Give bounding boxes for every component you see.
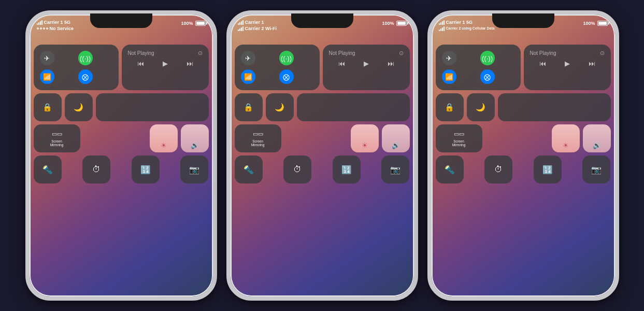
airplane-icon-3: ✈ — [442, 51, 456, 65]
screen-mirror-icon-2: ▭▭ — [253, 131, 263, 137]
bluetooth-item-2[interactable]: ⨂ — [278, 68, 314, 85]
screen-mirror-label-2: ScreenMirroring — [251, 139, 265, 147]
airplane-item-1[interactable]: ✈ — [39, 50, 75, 66]
brightness-1[interactable]: ☀ — [150, 124, 178, 152]
status-right-3: 100% — [583, 21, 607, 26]
camera-1[interactable]: 📷 — [180, 156, 208, 183]
signal-bars-2b — [238, 26, 244, 31]
calculator-3[interactable]: 🔢 — [534, 156, 562, 183]
bluetooth-item-3[interactable]: ⨂ — [479, 68, 516, 85]
signal-bars-1 — [37, 20, 42, 25]
third-row-2: ▭▭ ScreenMirroring ☀ 🔊 — [235, 124, 410, 152]
screen-mirroring-3[interactable]: ▭▭ ScreenMirroring — [436, 124, 482, 152]
bluetooth-item-1[interactable]: ⨂ — [77, 68, 113, 85]
extra-tile-3 — [498, 93, 611, 121]
cellular-icon-2: ((·)) — [279, 51, 294, 65]
forward-btn-1[interactable]: ⏭ — [187, 60, 193, 67]
timer-3[interactable]: ⏱ — [484, 156, 512, 183]
phone-screen-1: Carrier 1 5G No Service 100% — [28, 13, 214, 298]
status-row2-1: No Service — [37, 26, 74, 32]
rewind-btn-1[interactable]: ⏮ — [137, 60, 144, 67]
control-center-2: ✈ ((·)) 📶 ⨂ Not Playing ⊙ — [235, 45, 410, 183]
status-row1-3: Carrier 1 5G — [439, 20, 495, 25]
forward-btn-3[interactable]: ⏭ — [589, 60, 595, 67]
signal-bars-2a — [238, 20, 244, 25]
flashlight-1[interactable]: 🔦 — [34, 156, 62, 183]
airplay-icon-3[interactable]: ⊙ — [600, 50, 605, 56]
not-playing-3: Not Playing — [530, 50, 556, 56]
volume-3[interactable]: 🔊 — [583, 124, 611, 152]
no-service-text: No Service — [50, 26, 74, 32]
rotation-lock-1[interactable]: 🔒 — [34, 93, 62, 121]
brightness-3[interactable]: ☀ — [552, 124, 580, 152]
airplay-icon-2[interactable]: ⊙ — [399, 50, 404, 56]
not-playing-2: Not Playing — [329, 50, 355, 56]
rotation-lock-2[interactable]: 🔒 — [235, 93, 263, 121]
donotdisturb-1[interactable]: 🌙 — [65, 93, 93, 121]
wifi-icon-1: 📶 — [40, 69, 54, 84]
battery-icon-1 — [195, 21, 206, 26]
brightness-2[interactable]: ☀ — [351, 124, 379, 152]
status-right-1: 100% — [181, 21, 205, 26]
donotdisturb-2[interactable]: 🌙 — [266, 93, 294, 121]
camera-3[interactable]: 📷 — [582, 156, 610, 183]
camera-2[interactable]: 📷 — [381, 156, 409, 183]
airplane-icon-2: ✈ — [241, 51, 255, 65]
cellular-item-3[interactable]: ((·)) — [479, 50, 516, 66]
rewind-btn-2[interactable]: ⏮ — [338, 60, 345, 67]
battery-percent-1: 100% — [181, 21, 193, 26]
second-row-2: 🔒 🌙 — [235, 93, 410, 121]
screen-mirroring-2[interactable]: ▭▭ ScreenMirroring — [235, 124, 281, 152]
bottom-row-2: 🔦 ⏱ 🔢 📷 — [235, 156, 410, 183]
bottom-row-1: 🔦 ⏱ 🔢 📷 — [34, 156, 209, 183]
screen-mirroring-1[interactable]: ▭▭ ScreenMirroring — [34, 124, 80, 152]
phone-screen-3: Carrier 1 5G Carrier 2 using Cellular Da… — [431, 13, 616, 298]
timer-2[interactable]: ⏱ — [283, 156, 311, 183]
no-service-dots — [37, 27, 48, 30]
media-top-3: Not Playing ⊙ — [530, 50, 605, 56]
status-left-3: Carrier 1 5G Carrier 2 using Cellular Da… — [439, 20, 495, 31]
notch-1 — [90, 13, 152, 28]
media-block-3: Not Playing ⊙ ⏮ ▶ ⏭ — [524, 45, 611, 90]
media-controls-1: ⏮ ▶ ⏭ — [128, 60, 203, 67]
donotdisturb-3[interactable]: 🌙 — [467, 93, 495, 121]
media-block-2: Not Playing ⊙ ⏮ ▶ ⏭ — [323, 45, 410, 90]
notch-2 — [291, 13, 353, 28]
top-row-3: ✈ ((·)) 📶 ⨂ Not Playing ⊙ — [436, 45, 611, 90]
wifi-item-2[interactable]: 📶 — [240, 68, 276, 85]
status-row2-3: Carrier 2 using Cellular Data — [439, 26, 495, 31]
rewind-btn-3[interactable]: ⏮ — [539, 60, 546, 67]
screen-mirror-icon-1: ▭▭ — [52, 131, 62, 137]
rotation-lock-3[interactable]: 🔒 — [436, 93, 464, 121]
play-btn-1[interactable]: ▶ — [163, 60, 168, 67]
volume-2[interactable]: 🔊 — [382, 124, 410, 152]
calculator-1[interactable]: 🔢 — [132, 156, 160, 183]
screen-mirror-icon-3: ▭▭ — [454, 131, 464, 137]
screen-mirror-label-3: ScreenMirroring — [452, 139, 466, 147]
volume-1[interactable]: 🔊 — [181, 124, 209, 152]
cellular-icon-3: ((·)) — [480, 51, 495, 65]
third-row-1: ▭▭ ScreenMirroring ☀ 🔊 — [34, 124, 209, 152]
airplane-item-2[interactable]: ✈ — [240, 50, 276, 66]
wifi-item-1[interactable]: 📶 — [39, 68, 75, 85]
cellular-item-2[interactable]: ((·)) — [278, 50, 314, 66]
play-btn-2[interactable]: ▶ — [364, 60, 369, 67]
timer-1[interactable]: ⏱ — [82, 156, 110, 183]
third-row-3: ▭▭ ScreenMirroring ☀ 🔊 — [436, 124, 611, 152]
carrier2-text-2: Carrier 2 Wi-Fi — [245, 26, 277, 32]
bluetooth-icon-1: ⨂ — [78, 69, 93, 84]
phone-2: Carrier 1 Carrier 2 Wi-Fi 100% — [226, 10, 418, 301]
airplay-icon-1[interactable]: ⊙ — [198, 50, 203, 56]
flashlight-3[interactable]: 🔦 — [436, 156, 464, 183]
phone-3: Carrier 1 5G Carrier 2 using Cellular Da… — [427, 10, 619, 301]
forward-btn-2[interactable]: ⏭ — [388, 60, 394, 67]
wifi-item-3[interactable]: 📶 — [441, 68, 477, 85]
play-btn-3[interactable]: ▶ — [565, 60, 570, 67]
calculator-2[interactable]: 🔢 — [333, 156, 361, 183]
cellular-item-1[interactable]: ((·)) — [77, 50, 113, 66]
network-block-2: ✈ ((·)) 📶 ⨂ — [235, 45, 320, 90]
top-row-1: ✈ ((·)) 📶 ⨂ Not Playing — [34, 45, 209, 90]
phone-1: Carrier 1 5G No Service 100% — [25, 10, 217, 301]
flashlight-2[interactable]: 🔦 — [235, 156, 263, 183]
airplane-item-3[interactable]: ✈ — [441, 50, 477, 66]
